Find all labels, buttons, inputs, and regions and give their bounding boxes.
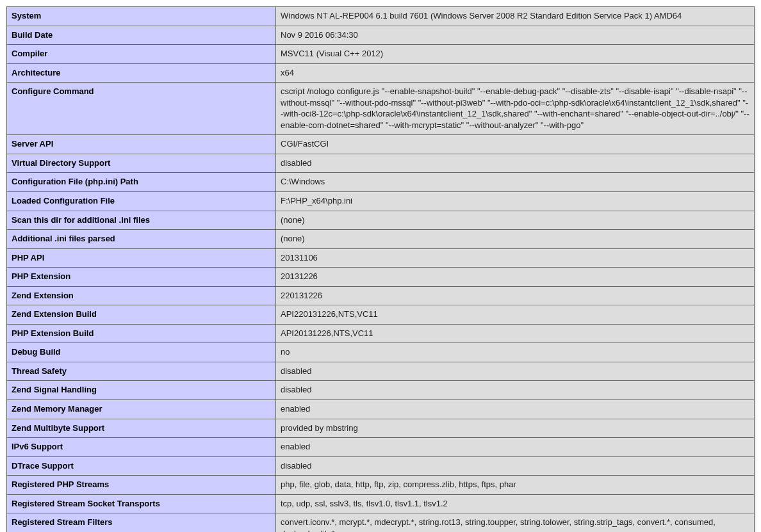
row-value: API20131226,NTS,VC11 bbox=[276, 324, 755, 343]
table-row: IPv6 Supportenabled bbox=[7, 438, 755, 457]
table-row: Build DateNov 9 2016 06:34:30 bbox=[7, 26, 755, 45]
table-row: Zend Memory Managerenabled bbox=[7, 400, 755, 419]
row-label: Thread Safety bbox=[7, 362, 276, 381]
row-label: System bbox=[7, 7, 276, 26]
row-label: Server API bbox=[7, 135, 276, 154]
row-label: Configure Command bbox=[7, 83, 276, 135]
table-row: Registered Stream Socket Transportstcp, … bbox=[7, 494, 755, 513]
row-label: Scan this dir for additional .ini files bbox=[7, 211, 276, 230]
row-label: Additional .ini files parsed bbox=[7, 230, 276, 249]
row-value: x64 bbox=[276, 63, 755, 83]
row-value: (none) bbox=[276, 211, 755, 230]
table-row: Registered PHP Streamsphp, file, glob, d… bbox=[7, 476, 755, 495]
row-value: no bbox=[276, 343, 755, 362]
row-value: C:\Windows bbox=[276, 173, 755, 192]
table-row: Architecturex64 bbox=[7, 63, 755, 83]
row-value: disabled bbox=[276, 456, 755, 476]
table-row: Virtual Directory Supportdisabled bbox=[7, 154, 755, 173]
row-label: PHP Extension Build bbox=[7, 324, 276, 343]
table-row: Registered Stream Filtersconvert.iconv.*… bbox=[7, 513, 755, 532]
row-label: Registered Stream Filters bbox=[7, 513, 276, 532]
table-row: CompilerMSVC11 (Visual C++ 2012) bbox=[7, 45, 755, 64]
row-value: 220131226 bbox=[276, 286, 755, 305]
row-label: DTrace Support bbox=[7, 456, 276, 476]
row-value: cscript /nologo configure.js "--enable-s… bbox=[276, 83, 755, 135]
row-value: convert.iconv.*, mcrypt.*, mdecrypt.*, s… bbox=[276, 513, 755, 532]
table-row: Configure Commandcscript /nologo configu… bbox=[7, 83, 755, 135]
row-value: 20131106 bbox=[276, 248, 755, 268]
table-row: Zend Extension BuildAPI220131226,NTS,VC1… bbox=[7, 305, 755, 325]
row-value: MSVC11 (Visual C++ 2012) bbox=[276, 45, 755, 64]
row-value: API220131226,NTS,VC11 bbox=[276, 305, 755, 325]
table-row: PHP API20131106 bbox=[7, 248, 755, 268]
table-row: Debug Buildno bbox=[7, 343, 755, 362]
row-label: Zend Extension Build bbox=[7, 305, 276, 325]
row-label: IPv6 Support bbox=[7, 438, 276, 457]
row-label: Zend Multibyte Support bbox=[7, 419, 276, 438]
table-row: Zend Extension220131226 bbox=[7, 286, 755, 305]
row-label: Architecture bbox=[7, 63, 276, 83]
table-row: SystemWindows NT AL-REP004 6.1 build 760… bbox=[7, 7, 755, 26]
row-label: Zend Signal Handling bbox=[7, 381, 276, 400]
table-row: PHP Extension20131226 bbox=[7, 268, 755, 287]
phpinfo-table-body: SystemWindows NT AL-REP004 6.1 build 760… bbox=[7, 7, 755, 533]
table-row: Additional .ini files parsed(none) bbox=[7, 230, 755, 249]
row-label: PHP Extension bbox=[7, 268, 276, 287]
table-row: Loaded Configuration FileF:\PHP_x64\php.… bbox=[7, 192, 755, 211]
row-value: F:\PHP_x64\php.ini bbox=[276, 192, 755, 211]
row-value: enabled bbox=[276, 400, 755, 419]
row-value: Windows NT AL-REP004 6.1 build 7601 (Win… bbox=[276, 7, 755, 26]
row-label: Compiler bbox=[7, 45, 276, 64]
table-row: Zend Multibyte Supportprovided by mbstri… bbox=[7, 419, 755, 438]
row-label: Registered Stream Socket Transports bbox=[7, 494, 276, 513]
phpinfo-table: SystemWindows NT AL-REP004 6.1 build 760… bbox=[6, 6, 755, 532]
table-row: Zend Signal Handlingdisabled bbox=[7, 381, 755, 400]
table-row: Configuration File (php.ini) PathC:\Wind… bbox=[7, 173, 755, 192]
row-label: Configuration File (php.ini) Path bbox=[7, 173, 276, 192]
row-value: disabled bbox=[276, 381, 755, 400]
row-value: tcp, udp, ssl, sslv3, tls, tlsv1.0, tlsv… bbox=[276, 494, 755, 513]
row-label: Build Date bbox=[7, 26, 276, 45]
table-row: PHP Extension BuildAPI20131226,NTS,VC11 bbox=[7, 324, 755, 343]
table-row: DTrace Supportdisabled bbox=[7, 456, 755, 476]
row-value: php, file, glob, data, http, ftp, zip, c… bbox=[276, 476, 755, 495]
row-label: Loaded Configuration File bbox=[7, 192, 276, 211]
row-value: disabled bbox=[276, 362, 755, 381]
row-label: Debug Build bbox=[7, 343, 276, 362]
row-value: CGI/FastCGI bbox=[276, 135, 755, 154]
row-value: Nov 9 2016 06:34:30 bbox=[276, 26, 755, 45]
table-row: Scan this dir for additional .ini files(… bbox=[7, 211, 755, 230]
row-label: PHP API bbox=[7, 248, 276, 268]
row-label: Zend Extension bbox=[7, 286, 276, 305]
row-value: enabled bbox=[276, 438, 755, 457]
row-value: 20131226 bbox=[276, 268, 755, 287]
row-value: disabled bbox=[276, 154, 755, 173]
row-value: (none) bbox=[276, 230, 755, 249]
row-label: Zend Memory Manager bbox=[7, 400, 276, 419]
row-value: provided by mbstring bbox=[276, 419, 755, 438]
table-row: Thread Safetydisabled bbox=[7, 362, 755, 381]
row-label: Virtual Directory Support bbox=[7, 154, 276, 173]
table-row: Server APICGI/FastCGI bbox=[7, 135, 755, 154]
row-label: Registered PHP Streams bbox=[7, 476, 276, 495]
